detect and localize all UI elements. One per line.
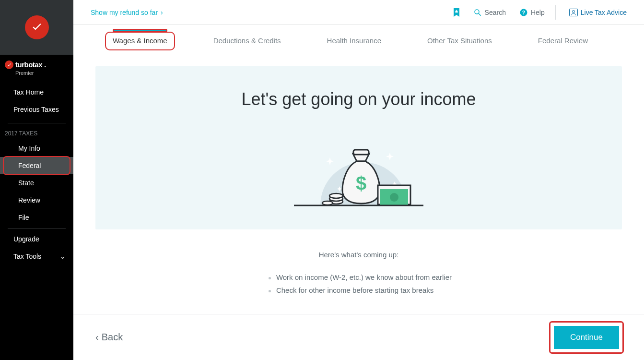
sidebar-upgrade[interactable]: Upgrade (0, 230, 73, 248)
svg-rect-6 (353, 150, 369, 155)
sidebar-my-info[interactable]: My Info (0, 140, 73, 157)
footer: ‹ Back Continue (73, 314, 644, 360)
coming-up-heading: Here's what's coming up: (95, 251, 622, 259)
main: Show my refund so far › Search ? Help Li… (73, 0, 644, 360)
topbar: Show my refund so far › Search ? Help Li… (73, 0, 644, 25)
back-button[interactable]: ‹ Back (95, 332, 123, 343)
person-badge-icon (569, 9, 578, 16)
coming-up: Here's what's coming up: Work on income … (95, 251, 622, 299)
svg-line-1 (479, 13, 481, 16)
tabs: Wages & Income Deductions & Credits Heal… (73, 25, 644, 52)
page-title: Let's get going on your income (105, 89, 612, 109)
sidebar-file[interactable]: File (0, 209, 73, 226)
tab-health-insurance[interactable]: Health Insurance (321, 30, 387, 51)
help-icon: ? (519, 8, 528, 17)
chevron-down-icon: ⌄ (60, 252, 66, 260)
sidebar: turbotax. Premier Tax Home Previous Taxe… (0, 0, 73, 360)
sidebar-previous-taxes[interactable]: Previous Taxes (0, 101, 73, 118)
live-tax-advice-button[interactable]: Live Tax Advice (569, 9, 627, 16)
sidebar-section-label: 2017 TAXES (0, 125, 73, 140)
money-illustration: $ (105, 129, 612, 210)
svg-point-5 (572, 10, 574, 12)
svg-text:?: ? (522, 9, 525, 15)
search-label: Search (485, 9, 506, 16)
continue-button[interactable]: Continue (554, 326, 619, 349)
show-refund-link[interactable]: Show my refund so far › (91, 9, 163, 16)
show-refund-label: Show my refund so far (91, 9, 158, 16)
live-tax-advice-label: Live Tax Advice (581, 9, 627, 16)
sidebar-divider (8, 228, 66, 228)
brand-edition: Premier (0, 70, 73, 81)
svg-point-11 (322, 201, 333, 205)
bookmark-icon[interactable] (453, 8, 460, 17)
tab-wages-income[interactable]: Wages & Income (107, 30, 173, 51)
coming-up-bullet: Work on income (W-2, etc.) we know about… (266, 273, 452, 281)
coming-up-bullet: Check for other income before starting t… (266, 286, 452, 294)
tab-other-situations[interactable]: Other Tax Situations (422, 30, 498, 51)
svg-point-10 (329, 193, 343, 198)
help-button[interactable]: ? Help (519, 8, 545, 17)
tab-deductions-credits[interactable]: Deductions & Credits (208, 30, 287, 51)
svg-point-0 (475, 10, 479, 14)
help-label: Help (531, 9, 545, 16)
brand-row: turbotax. (0, 55, 73, 70)
sidebar-tax-home[interactable]: Tax Home (0, 84, 73, 101)
turbotax-mini-logo-icon (5, 60, 13, 69)
svg-point-14 (390, 193, 398, 202)
sidebar-logo-area (0, 0, 73, 55)
sidebar-federal[interactable]: Federal (0, 157, 73, 174)
search-icon (473, 8, 482, 17)
sidebar-tax-tools-label: Tax Tools (13, 252, 41, 260)
svg-text:$: $ (356, 173, 366, 194)
sidebar-tax-tools[interactable]: Tax Tools ⌄ (0, 248, 73, 265)
content: Let's get going on your income (73, 52, 644, 314)
sidebar-state[interactable]: State (0, 174, 73, 192)
sidebar-review[interactable]: Review (0, 192, 73, 209)
chevron-right-icon: › (161, 9, 163, 16)
chevron-left-icon: ‹ (95, 332, 99, 343)
back-label: Back (102, 332, 123, 343)
search-button[interactable]: Search (473, 8, 506, 17)
tab-federal-review[interactable]: Federal Review (532, 30, 594, 51)
topbar-separator (555, 5, 556, 20)
turbotax-logo-icon (25, 15, 49, 39)
brand-name: turbotax (15, 60, 42, 69)
hero: Let's get going on your income (95, 66, 622, 229)
sidebar-divider (8, 123, 66, 123)
